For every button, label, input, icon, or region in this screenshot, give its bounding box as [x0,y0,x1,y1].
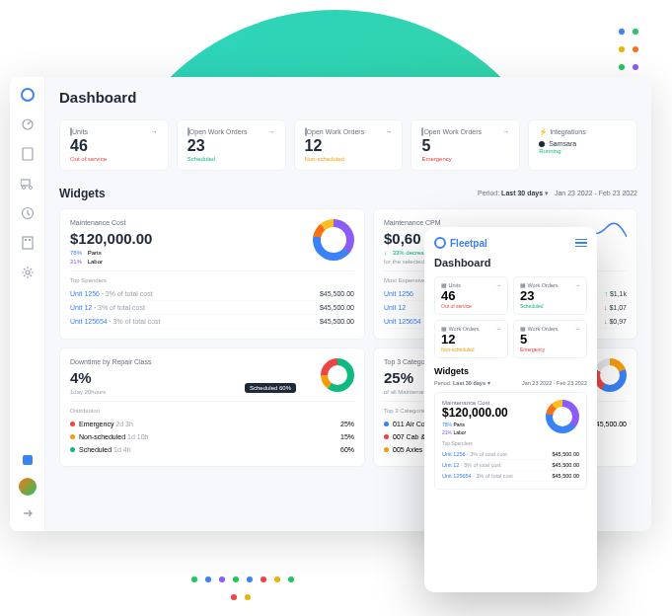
donut-chart [593,358,627,392]
kpi-emergency[interactable]: Open Work Orders→ 5 Emergency [411,119,520,171]
decorative-dots-bottom [187,573,298,608]
building-icon[interactable] [20,235,36,251]
page-title: Dashboard [59,89,637,106]
svg-rect-7 [23,237,33,249]
spender-row[interactable]: Unit 125654 · 3% of total cost$45,500.00 [70,315,354,329]
kpi-units[interactable]: Units→ 46 Out of service [59,119,169,171]
arrow-icon: → [502,128,509,135]
donut-chart [313,219,354,261]
m-widget-maintenance-cost: Maintenance Cost $120,000.00 78% Parts 2… [434,392,587,490]
chart-tooltip: Scheduled 60% [245,383,296,393]
brand-icon [434,237,446,249]
spender-row[interactable]: Unit 12 · 3% of total cost$45,500.00 [70,301,354,315]
dist-row[interactable]: Emergency 2d 3h25% [70,418,354,430]
m-period[interactable]: Period: Last 30 days ▾Jan 23 2022 - Feb … [434,380,587,386]
dashboard-icon[interactable] [20,116,36,132]
svg-point-5 [29,187,32,190]
dist-row[interactable]: Non-scheduled 1d 10h15% [70,430,354,443]
hamburger-icon[interactable] [575,239,587,248]
arrow-icon: → [268,128,275,135]
donut-chart [321,358,354,392]
widget-downtime: Downtime by Repair Class 4% 1day 20hours… [59,347,365,467]
decorative-dots-tr [615,25,642,78]
m-kpi-scheduled[interactable]: ▦ Work Orders→23Scheduled [513,276,587,315]
spender-row[interactable]: Unit 1256 · 3% of total cost$45,500.00 [70,287,354,301]
truck-icon[interactable] [20,176,36,192]
widget-maintenance-cost: Maintenance Cost $120,000.00 78% Parts 2… [59,208,365,340]
svg-rect-9 [29,239,31,241]
m-kpi-emergency[interactable]: ▦ Work Orders→5Emergency [513,320,587,358]
svg-point-10 [26,270,30,274]
avatar[interactable] [19,478,37,496]
clipboard-icon[interactable] [20,146,36,162]
mobile-window: Fleetpal Dashboard ▦ Units→46Out of serv… [424,227,597,592]
kpi-integrations[interactable]: ⚡ Integrations Samsara Running [528,119,637,171]
m-kpi-units[interactable]: ▦ Units→46Out of service [434,276,508,315]
arrow-icon: → [151,128,158,135]
svg-rect-11 [23,455,33,465]
clock-icon[interactable] [20,205,36,221]
kpi-nonscheduled[interactable]: Open Work Orders→ 12 Non-scheduled [294,119,404,171]
samsara-icon [539,141,545,147]
m-kpi-nonsched[interactable]: ▦ Work Orders→12Non-scheduled [434,320,508,358]
dist-row[interactable]: Scheduled 1d 4h60% [70,443,354,456]
svg-point-4 [22,187,25,190]
mobile-page-title: Dashboard [434,257,587,269]
m-spender-row[interactable]: Unit 1256 · 3% of total cost$45,500.00 [442,449,579,460]
m-donut [546,400,579,433]
svg-rect-3 [21,180,30,186]
widgets-title: Widgets [59,187,106,200]
svg-rect-8 [25,239,27,241]
m-spender-row[interactable]: Unit 12 · 3% of total cost$45,500.00 [442,460,579,471]
period-selector[interactable]: Period: Last 30 days ▾ Jan 23 2022 - Feb… [478,190,637,197]
kpi-scheduled[interactable]: Open Work Orders→ 23 Scheduled [177,119,286,171]
arrow-icon: → [385,128,392,135]
kpi-row: Units→ 46 Out of service Open Work Order… [59,119,637,171]
svg-point-0 [22,89,34,101]
cube-icon[interactable] [20,452,36,468]
sidebar [10,77,45,531]
brand[interactable]: Fleetpal [434,237,487,249]
collapse-icon[interactable] [20,505,36,521]
m-widgets-title: Widgets [434,366,587,376]
svg-rect-2 [23,148,33,160]
m-spender-row[interactable]: Unit 125654 · 3% of total cost$45,500.00 [442,471,579,482]
logo-icon[interactable] [20,87,36,103]
gear-icon[interactable] [20,265,36,280]
